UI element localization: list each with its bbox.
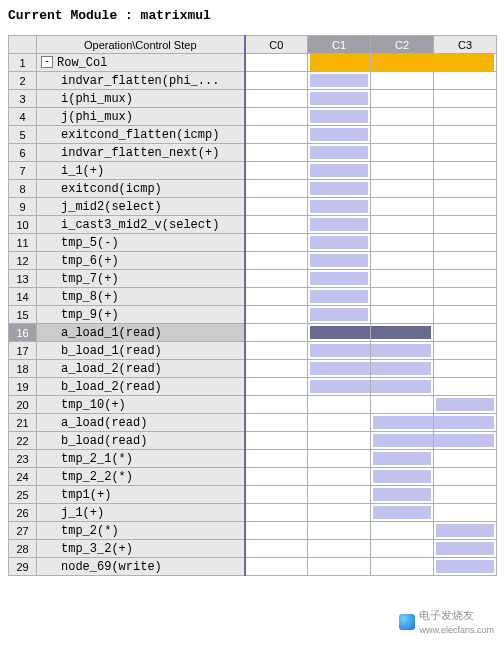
operation-cell[interactable]: b_load_2(read) (37, 378, 245, 396)
operation-cell[interactable]: b_load_1(read) (37, 342, 245, 360)
table-row[interactable]: 1-Row_Col (9, 54, 497, 72)
table-row[interactable]: 28tmp_3_2(+) (9, 540, 497, 558)
table-row[interactable]: 18a_load_2(read) (9, 360, 497, 378)
schedule-bar[interactable] (310, 344, 371, 357)
operation-cell[interactable]: tmp_3_2(+) (37, 540, 245, 558)
operation-cell[interactable]: -Row_Col (37, 54, 245, 72)
table-row[interactable]: 16a_load_1(read) (9, 324, 497, 342)
table-row[interactable]: 8exitcond(icmp) (9, 180, 497, 198)
operation-cell[interactable]: tmp_7(+) (37, 270, 245, 288)
schedule-bar[interactable] (310, 128, 368, 141)
table-row[interactable]: 24tmp_2_2(*) (9, 468, 497, 486)
operation-cell[interactable]: a_load(read) (37, 414, 245, 432)
table-row[interactable]: 9j_mid2(select) (9, 198, 497, 216)
operation-cell[interactable]: tmp_9(+) (37, 306, 245, 324)
table-row[interactable]: 21a_load(read) (9, 414, 497, 432)
schedule-bar[interactable] (434, 434, 495, 447)
operation-cell[interactable]: tmp_10(+) (37, 396, 245, 414)
schedule-bar[interactable] (310, 254, 368, 267)
schedule-bar[interactable] (310, 200, 368, 213)
schedule-bar[interactable] (310, 326, 371, 339)
schedule-bar[interactable] (310, 182, 368, 195)
operation-cell[interactable]: tmp_8(+) (37, 288, 245, 306)
schedule-bar[interactable] (373, 470, 431, 483)
table-row[interactable]: 13tmp_7(+) (9, 270, 497, 288)
schedule-bar[interactable] (371, 362, 432, 375)
operation-cell[interactable]: j(phi_mux) (37, 108, 245, 126)
schedule-bar[interactable] (436, 398, 494, 411)
loop-header-bar[interactable] (310, 54, 371, 71)
operation-cell[interactable]: j_mid2(select) (37, 198, 245, 216)
header-operation[interactable]: Operation\Control Step (37, 36, 245, 54)
schedule-bar[interactable] (436, 524, 494, 537)
operation-cell[interactable]: tmp_2_2(*) (37, 468, 245, 486)
schedule-bar[interactable] (371, 344, 432, 357)
table-row[interactable]: 10i_cast3_mid2_v(select) (9, 216, 497, 234)
schedule-bar[interactable] (436, 560, 494, 573)
table-row[interactable]: 22b_load(read) (9, 432, 497, 450)
table-row[interactable]: 20tmp_10(+) (9, 396, 497, 414)
operation-cell[interactable]: i_cast3_mid2_v(select) (37, 216, 245, 234)
loop-header-bar[interactable] (371, 54, 434, 71)
operation-cell[interactable]: indvar_flatten(phi_... (37, 72, 245, 90)
header-step-C1[interactable]: C1 (308, 36, 371, 54)
operation-cell[interactable]: i_1(+) (37, 162, 245, 180)
header-step-C3[interactable]: C3 (434, 36, 497, 54)
schedule-bar[interactable] (310, 290, 368, 303)
schedule-bar[interactable] (310, 380, 371, 393)
schedule-bar[interactable] (371, 326, 432, 339)
table-row[interactable]: 15tmp_9(+) (9, 306, 497, 324)
operation-cell[interactable]: exitcond_flatten(icmp) (37, 126, 245, 144)
operation-cell[interactable]: b_load(read) (37, 432, 245, 450)
header-step-C0[interactable]: C0 (245, 36, 308, 54)
schedule-bar[interactable] (373, 416, 434, 429)
schedule-bar[interactable] (434, 416, 495, 429)
schedule-bar[interactable] (373, 452, 431, 465)
schedule-bar[interactable] (310, 236, 368, 249)
operation-cell[interactable]: tmp_2(*) (37, 522, 245, 540)
table-row[interactable]: 29node_69(write) (9, 558, 497, 576)
operation-cell[interactable]: j_1(+) (37, 504, 245, 522)
table-row[interactable]: 7i_1(+) (9, 162, 497, 180)
operation-cell[interactable]: indvar_flatten_next(+) (37, 144, 245, 162)
table-row[interactable]: 14tmp_8(+) (9, 288, 497, 306)
table-row[interactable]: 27tmp_2(*) (9, 522, 497, 540)
schedule-bar[interactable] (310, 272, 368, 285)
operation-cell[interactable]: node_69(write) (37, 558, 245, 576)
schedule-bar[interactable] (310, 308, 368, 321)
table-row[interactable]: 2indvar_flatten(phi_... (9, 72, 497, 90)
schedule-bar[interactable] (371, 380, 432, 393)
table-row[interactable]: 6indvar_flatten_next(+) (9, 144, 497, 162)
schedule-bar[interactable] (310, 146, 368, 159)
table-row[interactable]: 23tmp_2_1(*) (9, 450, 497, 468)
schedule-bar[interactable] (310, 218, 368, 231)
loop-header-bar[interactable] (434, 54, 495, 71)
schedule-bar[interactable] (310, 362, 371, 375)
schedule-bar[interactable] (310, 110, 368, 123)
operation-cell[interactable]: a_load_1(read) (37, 324, 245, 342)
schedule-bar[interactable] (373, 434, 434, 447)
table-row[interactable]: 19b_load_2(read) (9, 378, 497, 396)
schedule-bar[interactable] (310, 92, 368, 105)
schedule-bar[interactable] (436, 542, 494, 555)
operation-cell[interactable]: tmp1(+) (37, 486, 245, 504)
operation-cell[interactable]: i(phi_mux) (37, 90, 245, 108)
tree-collapse-icon[interactable]: - (41, 56, 53, 68)
table-row[interactable]: 4j(phi_mux) (9, 108, 497, 126)
table-row[interactable]: 5exitcond_flatten(icmp) (9, 126, 497, 144)
operation-cell[interactable]: tmp_5(-) (37, 234, 245, 252)
schedule-bar[interactable] (310, 164, 368, 177)
table-row[interactable]: 17b_load_1(read) (9, 342, 497, 360)
table-row[interactable]: 25tmp1(+) (9, 486, 497, 504)
operation-cell[interactable]: exitcond(icmp) (37, 180, 245, 198)
table-row[interactable]: 12tmp_6(+) (9, 252, 497, 270)
operation-cell[interactable]: tmp_6(+) (37, 252, 245, 270)
table-row[interactable]: 11tmp_5(-) (9, 234, 497, 252)
table-row[interactable]: 26j_1(+) (9, 504, 497, 522)
schedule-bar[interactable] (310, 74, 368, 87)
schedule-bar[interactable] (373, 506, 431, 519)
operation-cell[interactable]: tmp_2_1(*) (37, 450, 245, 468)
operation-cell[interactable]: a_load_2(read) (37, 360, 245, 378)
schedule-bar[interactable] (373, 488, 431, 501)
header-step-C2[interactable]: C2 (371, 36, 434, 54)
